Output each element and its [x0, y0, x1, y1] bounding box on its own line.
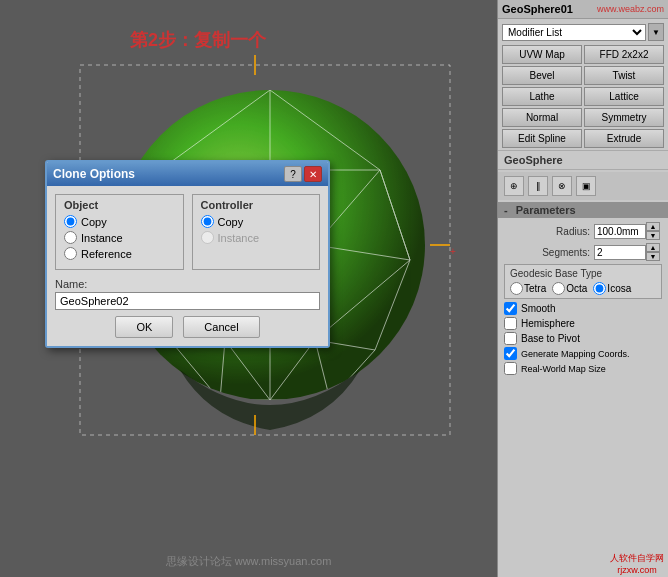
segments-row: Segments: ▲ ▼: [502, 243, 664, 261]
twist-button[interactable]: Twist: [584, 66, 664, 85]
bevel-button[interactable]: Bevel: [502, 66, 582, 85]
params-body: Radius: ▲ ▼ Segments: ▲ ▼ Geodesic: [498, 220, 668, 379]
panel-icons: ⊕ ‖ ⊗ ▣: [498, 172, 668, 200]
modifier-button-grid: UVW Map FFD 2x2x2 Bevel Twist Lathe Latt…: [502, 45, 664, 148]
clone-options-dialog: Clone Options ? ✕ Object Copy Instance R…: [45, 160, 330, 348]
radius-label: Radius:: [502, 226, 590, 237]
logo-line2: rjzxw.com: [610, 565, 664, 575]
base-pivot-checkbox[interactable]: [504, 332, 517, 345]
hemisphere-checkbox-row: Hemisphere: [504, 317, 662, 330]
radius-spinner: ▲ ▼: [646, 222, 660, 240]
normal-button[interactable]: Normal: [502, 108, 582, 127]
website-text: www.weabz.com: [597, 4, 664, 14]
logo-line1: 人软件自学网: [610, 552, 664, 565]
bottom-logo: 人软件自学网 rjzxw.com: [610, 552, 664, 575]
radius-value-group: ▲ ▼: [594, 222, 664, 240]
parameters-title: Parameters: [516, 204, 576, 216]
octa-radio[interactable]: Octa: [552, 282, 587, 295]
object-group-title: Object: [64, 199, 175, 211]
controller-group: Controller Copy Instance: [192, 194, 321, 270]
base-pivot-label: Base to Pivot: [521, 333, 580, 344]
mapping-coords-checkbox[interactable]: [504, 347, 517, 360]
object-reference-radio[interactable]: Reference: [64, 247, 175, 260]
dialog-titlebar: Clone Options ? ✕: [47, 162, 328, 186]
edit-spline-button[interactable]: Edit Spline: [502, 129, 582, 148]
segments-label: Segments:: [502, 247, 590, 258]
object-instance-radio[interactable]: Instance: [64, 231, 175, 244]
watermark: 思缘设计论坛 www.missyuan.com: [0, 554, 497, 569]
geodesic-title: Geodesic Base Type: [510, 268, 656, 279]
hemisphere-label: Hemisphere: [521, 318, 575, 329]
radius-down[interactable]: ▼: [646, 231, 660, 240]
icosa-radio[interactable]: Icosa: [593, 282, 631, 295]
geodesic-section: Geodesic Base Type Tetra Octa Icosa: [504, 264, 662, 299]
modifier-list-row: Modifier List ▼: [502, 23, 664, 41]
hemisphere-checkbox[interactable]: [504, 317, 517, 330]
real-world-checkbox[interactable]: [504, 362, 517, 375]
configure-icon[interactable]: ▣: [576, 176, 596, 196]
real-world-label: Real-World Map Size: [521, 364, 606, 374]
dialog-buttons: OK Cancel: [55, 316, 320, 338]
object-group: Object Copy Instance Reference: [55, 194, 184, 270]
name-section: Name:: [55, 278, 320, 310]
remove-modifier-icon[interactable]: ⊗: [552, 176, 572, 196]
geosphere-modifier-label: GeoSphere: [498, 150, 668, 170]
segments-input[interactable]: [594, 245, 646, 260]
segments-up[interactable]: ▲: [646, 243, 660, 252]
parameters-header: - Parameters: [498, 202, 668, 218]
controller-copy-radio[interactable]: Copy: [201, 215, 312, 228]
smooth-checkbox-row: Smooth: [504, 302, 662, 315]
uvw-map-button[interactable]: UVW Map: [502, 45, 582, 64]
dialog-help-button[interactable]: ?: [284, 166, 302, 182]
name-input[interactable]: [55, 292, 320, 310]
extrude-button[interactable]: Extrude: [584, 129, 664, 148]
segments-spinner: ▲ ▼: [646, 243, 660, 261]
modifier-dropdown-arrow[interactable]: ▼: [648, 23, 664, 41]
right-panel: GeoSphere01 www.weabz.com Modifier List …: [497, 0, 668, 577]
panel-object-header: GeoSphere01 www.weabz.com: [498, 0, 668, 19]
lattice-button[interactable]: Lattice: [584, 87, 664, 106]
radius-up[interactable]: ▲: [646, 222, 660, 231]
ffd-button[interactable]: FFD 2x2x2: [584, 45, 664, 64]
lathe-button[interactable]: Lathe: [502, 87, 582, 106]
mapping-coords-checkbox-row: Generate Mapping Coords.: [504, 347, 662, 360]
smooth-label: Smooth: [521, 303, 555, 314]
geodesic-radio-row: Tetra Octa Icosa: [510, 282, 656, 295]
dialog-title: Clone Options: [53, 167, 135, 181]
smooth-checkbox[interactable]: [504, 302, 517, 315]
name-label: Name:: [55, 278, 320, 290]
minus-icon[interactable]: -: [504, 204, 508, 216]
cancel-button[interactable]: Cancel: [183, 316, 259, 338]
dialog-close-button[interactable]: ✕: [304, 166, 322, 182]
controller-group-title: Controller: [201, 199, 312, 211]
modifier-list-select[interactable]: Modifier List: [502, 24, 646, 41]
object-copy-radio[interactable]: Copy: [64, 215, 175, 228]
dialog-groups-row: Object Copy Instance Reference Controlle…: [55, 194, 320, 270]
mapping-coords-label: Generate Mapping Coords.: [521, 349, 630, 359]
dialog-controls: ? ✕: [284, 166, 322, 182]
segments-down[interactable]: ▼: [646, 252, 660, 261]
add-modifier-icon[interactable]: ⊕: [504, 176, 524, 196]
radius-input[interactable]: [594, 224, 646, 239]
dialog-body: Object Copy Instance Reference Controlle…: [47, 186, 328, 346]
segments-value-group: ▲ ▼: [594, 243, 664, 261]
tetra-radio[interactable]: Tetra: [510, 282, 546, 295]
symmetry-button[interactable]: Symmetry: [584, 108, 664, 127]
step-text: 第2步：复制一个: [130, 28, 266, 52]
controller-instance-radio: Instance: [201, 231, 312, 244]
pin-icon[interactable]: ‖: [528, 176, 548, 196]
radius-row: Radius: ▲ ▼: [502, 222, 664, 240]
real-world-checkbox-row: Real-World Map Size: [504, 362, 662, 375]
base-pivot-checkbox-row: Base to Pivot: [504, 332, 662, 345]
ok-button[interactable]: OK: [115, 316, 173, 338]
